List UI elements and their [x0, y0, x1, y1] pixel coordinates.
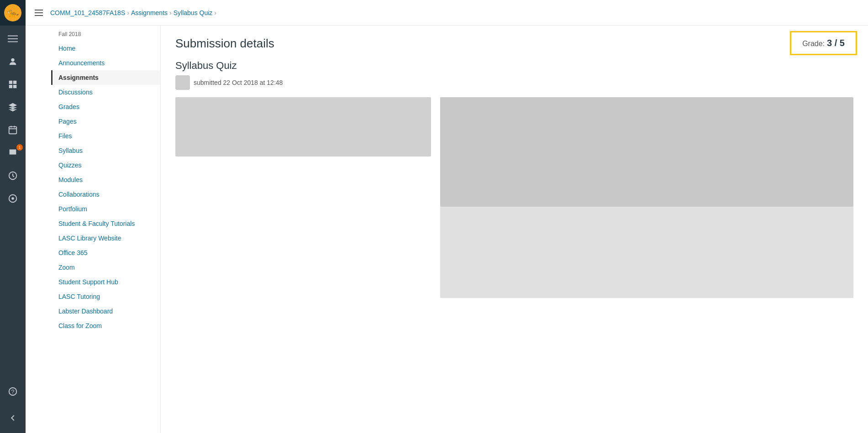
grade-value: 3 / 5: [827, 38, 845, 48]
inbox-nav-item[interactable]: 1: [0, 141, 26, 164]
breadcrumb-quiz[interactable]: Syllabus Quiz: [174, 9, 213, 16]
content-placeholder-right-top: [440, 97, 853, 207]
submission-panels: [175, 97, 853, 298]
svg-rect-4: [9, 127, 17, 134]
inbox-badge: 1: [16, 144, 23, 151]
submission-meta: submitted 22 Oct 2018 at 12:48: [175, 75, 853, 90]
course-nav-item[interactable]: Syllabus: [51, 143, 160, 158]
panel-right: [440, 97, 853, 298]
page-content: Submission details Syllabus Quiz submitt…: [161, 26, 868, 433]
submission-date: submitted 22 Oct 2018 at 12:48: [194, 79, 283, 86]
logo-container: 🐆: [0, 0, 26, 26]
course-nav-item[interactable]: Pages: [51, 114, 160, 129]
course-nav-item[interactable]: LASC Tutoring: [51, 289, 160, 304]
course-nav-item[interactable]: Portfolium: [51, 202, 160, 216]
menu-toggle-button[interactable]: [33, 8, 45, 18]
course-nav-item[interactable]: Announcements: [51, 56, 160, 70]
history-nav-item[interactable]: [0, 164, 26, 187]
commons-nav-item[interactable]: [0, 187, 26, 210]
course-nav-item[interactable]: Discussions: [51, 85, 160, 99]
course-nav-item[interactable]: Quizzes: [51, 158, 160, 172]
institution-logo: 🐆: [4, 4, 21, 21]
calendar-nav-item[interactable]: [0, 119, 26, 141]
course-nav-item[interactable]: LASC Library Website: [51, 231, 160, 245]
course-nav-item[interactable]: Class for Zoom: [51, 318, 160, 333]
content-placeholder-right-bottom: [440, 207, 853, 298]
panel-left: [175, 97, 440, 298]
hamburger-menu-button[interactable]: [0, 27, 26, 50]
submission-title: Syllabus Quiz: [175, 60, 853, 72]
breadcrumb-sep-3: ›: [214, 9, 216, 16]
course-nav-item[interactable]: Home: [51, 41, 160, 56]
breadcrumb-sep-2: ›: [169, 9, 172, 16]
main-wrapper: Fall 2018 HomeAnnouncementsAssignmentsDi…: [51, 26, 868, 433]
course-nav-item[interactable]: Files: [51, 129, 160, 143]
svg-rect-2: [8, 42, 18, 42]
course-nav-item[interactable]: Labster Dashboard: [51, 304, 160, 318]
courses-nav-item[interactable]: [0, 96, 26, 119]
course-nav-item[interactable]: Office 365: [51, 245, 160, 260]
grade-box: Grade: 3 / 5: [790, 31, 857, 55]
student-avatar: [175, 75, 190, 90]
breadcrumb-course[interactable]: COMM_101_24587FA18S: [50, 9, 125, 16]
dashboard-nav-item[interactable]: [0, 73, 26, 96]
svg-point-3: [11, 58, 14, 62]
svg-point-10: [11, 197, 14, 200]
course-nav-item[interactable]: Modules: [51, 172, 160, 187]
course-term: Fall 2018: [51, 31, 160, 41]
help-nav-item[interactable]: ?: [0, 380, 26, 403]
account-nav-item[interactable]: [0, 50, 26, 73]
course-nav-item[interactable]: Assignments: [51, 70, 160, 85]
course-nav-item[interactable]: Student Support Hub: [51, 275, 160, 289]
svg-text:?: ?: [11, 388, 14, 395]
collapse-nav-button[interactable]: [0, 407, 26, 429]
course-navigation: Fall 2018 HomeAnnouncementsAssignmentsDi…: [51, 26, 161, 433]
course-nav-item[interactable]: Student & Faculty Tutorials: [51, 216, 160, 231]
svg-rect-0: [8, 36, 18, 37]
course-nav-item[interactable]: Zoom: [51, 260, 160, 275]
global-navigation: 🐆 1 ?: [0, 0, 26, 433]
breadcrumb-assignments[interactable]: Assignments: [131, 9, 168, 16]
top-bar: COMM_101_24587FA18S › Assignments › Syll…: [26, 0, 868, 26]
course-nav-item[interactable]: Collaborations: [51, 187, 160, 202]
course-nav-item[interactable]: Grades: [51, 99, 160, 114]
page-title: Submission details: [175, 37, 853, 51]
content-placeholder-main: [175, 97, 431, 157]
breadcrumb-sep-1: ›: [127, 9, 129, 16]
svg-rect-1: [8, 38, 18, 39]
breadcrumb: COMM_101_24587FA18S › Assignments › Syll…: [50, 9, 216, 16]
grade-label: Grade:: [802, 40, 825, 47]
content-area: Fall 2018 HomeAnnouncementsAssignmentsDi…: [51, 26, 868, 433]
